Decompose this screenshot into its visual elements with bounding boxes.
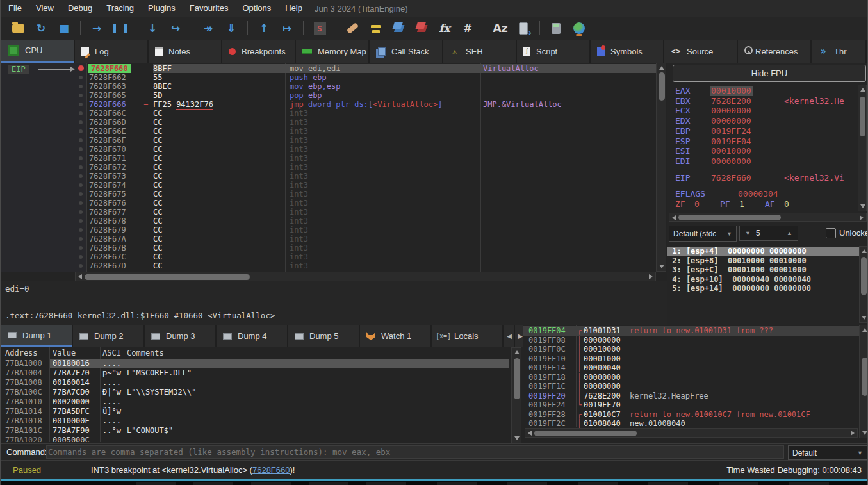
row-dot-icon[interactable] bbox=[79, 264, 83, 268]
pause-icon[interactable] bbox=[111, 21, 128, 36]
row-dot-icon[interactable] bbox=[79, 201, 83, 205]
register-row[interactable]: EDI00000000 bbox=[667, 156, 868, 167]
menu-plugins[interactable]: Plugins bbox=[141, 0, 183, 17]
restart-icon[interactable]: ↻ bbox=[33, 21, 49, 36]
open-file-icon[interactable] bbox=[10, 21, 26, 36]
argument-row[interactable]: 4: [esp+10] 00000040 00000040 bbox=[667, 275, 868, 284]
menu-debug[interactable]: Debug bbox=[61, 0, 99, 17]
stack-row[interactable]: 0019FF24└0019FF70 bbox=[523, 400, 868, 410]
row-dot-icon[interactable] bbox=[79, 138, 83, 142]
argument-row[interactable]: 1: [esp+4] 00000000 00000000 bbox=[667, 247, 868, 256]
breakpoint-dot-icon[interactable] bbox=[78, 65, 84, 71]
hash-icon[interactable]: # bbox=[459, 21, 476, 36]
tab-dump-4[interactable]: Dump 4 bbox=[217, 325, 287, 347]
spinner-up-icon[interactable]: ▲ bbox=[787, 230, 792, 236]
label-icon[interactable] bbox=[390, 21, 407, 36]
stack-hscrollbar[interactable] bbox=[525, 428, 858, 438]
menu-favourites[interactable]: Favourites bbox=[183, 0, 236, 17]
internet-globe-icon[interactable] bbox=[571, 21, 587, 36]
register-row[interactable]: EAX00010000 bbox=[667, 86, 868, 96]
disasm-row[interactable]: 7628F66CCCint3 bbox=[1, 109, 667, 118]
disasm-hscrollbar[interactable] bbox=[75, 272, 656, 281]
hide-fpu-button[interactable]: Hide FPU bbox=[673, 65, 866, 82]
menu-options[interactable]: Options bbox=[235, 0, 278, 17]
stop-icon[interactable]: ■ bbox=[56, 21, 72, 36]
step-into-icon[interactable]: ↓ bbox=[144, 21, 161, 36]
row-dot-icon[interactable] bbox=[79, 237, 83, 241]
stack-vscroll-thumb[interactable] bbox=[862, 358, 868, 396]
clear-label-icon[interactable] bbox=[413, 21, 430, 36]
command-profile-combo[interactable]: Default ▼ bbox=[788, 445, 867, 460]
menu-view[interactable]: View bbox=[29, 0, 61, 17]
disasm-row[interactable]: 7628F66ECCint3 bbox=[1, 127, 667, 136]
dump-row[interactable]: 77BA100C77BA7CD0Ð|°wL"\\SYSTEM32\\" bbox=[1, 388, 509, 397]
animate-s-icon[interactable]: S bbox=[311, 21, 328, 36]
disasm-row[interactable]: 7628F66FCCint3 bbox=[1, 136, 667, 145]
registers-pane[interactable]: Hide FPU EAX00010000EBX7628E200<kernel32… bbox=[667, 63, 868, 325]
stack-pane[interactable]: 0019FF04┌01001D31return to new.01001D31 … bbox=[523, 325, 868, 443]
disasm-row[interactable]: 7628F679CCint3 bbox=[1, 226, 667, 234]
row-dot-icon[interactable] bbox=[79, 210, 83, 214]
disasm-vscroll-thumb[interactable] bbox=[659, 72, 665, 101]
dump-row[interactable]: 77BA101C77BA7F90..°wL"CONOUT$" bbox=[1, 426, 509, 436]
disasm-row[interactable]: 7628F66DCCint3 bbox=[1, 118, 667, 127]
argument-row[interactable]: 5: [esp+14] 00000000 00000000 bbox=[667, 284, 868, 293]
argument-count-spinner[interactable]: ▼ 5 ▲ bbox=[739, 226, 798, 241]
row-dot-icon[interactable] bbox=[79, 129, 83, 133]
row-dot-icon[interactable] bbox=[79, 156, 83, 160]
tab-dump-2[interactable]: Dump 2 bbox=[73, 325, 143, 347]
disasm-row[interactable]: 7628F672CCint3 bbox=[1, 163, 667, 172]
menu-help[interactable]: Help bbox=[278, 0, 309, 17]
run-icon[interactable]: → bbox=[88, 21, 105, 36]
run-to-user-code-icon[interactable]: ↠ bbox=[200, 21, 217, 36]
tab-memory-map[interactable]: Memory Map bbox=[296, 40, 368, 63]
row-dot-icon[interactable] bbox=[79, 219, 83, 223]
row-dot-icon[interactable] bbox=[79, 147, 83, 151]
row-dot-icon[interactable] bbox=[79, 165, 83, 169]
tab-seh[interactable]: ⚠SEH bbox=[443, 40, 516, 63]
dump-row[interactable]: 77BA10200005000C bbox=[1, 436, 509, 443]
tab-call-stack[interactable]: Call Stack bbox=[370, 40, 442, 63]
row-dot-icon[interactable] bbox=[79, 246, 83, 250]
disasm-hscroll-thumb[interactable] bbox=[85, 274, 250, 280]
regs-hscrollbar[interactable] bbox=[669, 213, 867, 222]
tab-script[interactable]: ∫Script bbox=[517, 40, 589, 63]
register-row[interactable]: ESP0019FF04 bbox=[667, 136, 868, 147]
tab-cpu[interactable]: CPU bbox=[1, 40, 74, 63]
row-dot-icon[interactable] bbox=[79, 111, 83, 115]
disasm-row[interactable]: 7628F675CCint3 bbox=[1, 190, 667, 199]
menu-file[interactable]: File bbox=[1, 0, 29, 17]
spinner-down-icon[interactable]: ▼ bbox=[745, 230, 751, 236]
args-vscroll-thumb[interactable] bbox=[861, 257, 867, 295]
disasm-row[interactable]: 7628F671CCint3 bbox=[1, 154, 667, 163]
disasm-row[interactable]: 7628F66255push ebp bbox=[1, 73, 667, 82]
stack-row[interactable]: 0019FF28┌010010C7return to new.010010C7 … bbox=[523, 410, 868, 420]
register-row[interactable]: EDX00000000 bbox=[667, 116, 868, 126]
disassembly-pane[interactable]: EIP 7628F6608BFFmov edi,ediVirtualAlloc7… bbox=[1, 63, 667, 325]
tab-thr[interactable]: »Thr bbox=[812, 40, 865, 63]
regs-vscrollbar[interactable] bbox=[858, 85, 867, 211]
disasm-row[interactable]: 7628F67ACCint3 bbox=[1, 234, 667, 243]
disasm-row[interactable]: 7628F674CCint3 bbox=[1, 181, 667, 190]
row-dot-icon[interactable] bbox=[79, 255, 83, 259]
row-dot-icon[interactable] bbox=[79, 85, 83, 88]
disasm-vscrollbar[interactable] bbox=[656, 63, 666, 272]
run-until-user-icon[interactable]: ↦ bbox=[279, 21, 295, 36]
stack-row[interactable]: 0019FF0C│00010000 bbox=[523, 345, 868, 354]
regs-hscroll-thumb[interactable] bbox=[678, 215, 781, 220]
dump-vscrollbar[interactable] bbox=[511, 347, 521, 443]
step-into-source-icon[interactable]: ⇓ bbox=[223, 21, 240, 36]
stack-hscroll-thumb[interactable] bbox=[534, 431, 637, 436]
stack-vscrollbar[interactable] bbox=[859, 325, 868, 438]
stack-row[interactable]: 0019FF04┌01001D31return to new.01001D31 … bbox=[523, 326, 868, 336]
argument-row[interactable]: 2: [esp+8] 00010000 00010000 bbox=[667, 256, 868, 266]
register-row[interactable]: ESI00010000 bbox=[667, 146, 868, 156]
dump-row[interactable]: 77BA100800160014.... bbox=[1, 378, 509, 388]
row-dot-icon[interactable] bbox=[79, 174, 83, 178]
disasm-row[interactable]: 7628F676CCint3 bbox=[1, 199, 667, 208]
row-dot-icon[interactable] bbox=[79, 228, 83, 232]
register-row[interactable]: ECX00000000 bbox=[667, 106, 868, 116]
disasm-row[interactable]: 7628F67CCCint3 bbox=[1, 252, 667, 261]
stack-row[interactable]: 0019FF08│00000000 bbox=[523, 336, 868, 345]
register-row[interactable]: EBX7628E200<kernel32.He bbox=[667, 96, 868, 106]
